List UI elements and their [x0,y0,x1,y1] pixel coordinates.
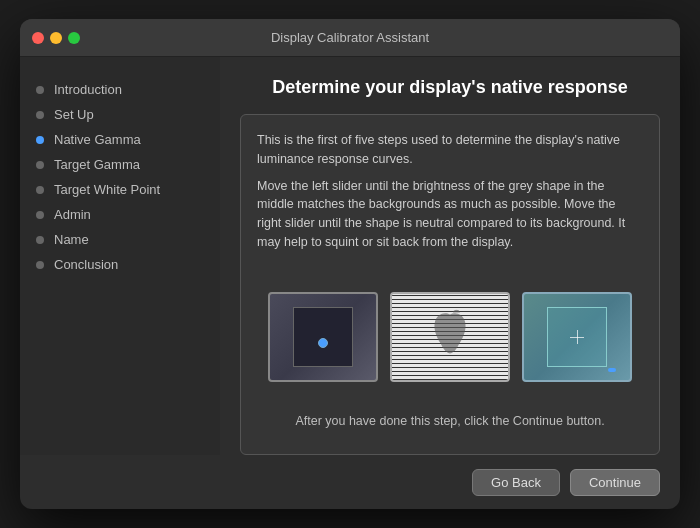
content-box: This is the first of five steps used to … [240,114,660,455]
content-area: Introduction Set Up Native Gamma Target … [20,57,680,455]
titlebar: Display Calibrator Assistant [20,19,680,57]
instruction-paragraph-1: This is the first of five steps used to … [257,131,643,169]
sidebar-dot-name [36,236,44,244]
cal-image-middle [390,292,510,382]
blue-dot-right [608,368,616,372]
sidebar-dot-introduction [36,86,44,94]
sidebar-item-admin[interactable]: Admin [20,202,220,227]
cal-right-inner-square [547,307,607,367]
page-title: Determine your display's native response [240,77,660,98]
instruction-paragraph-2: Move the left slider until the brightnes… [257,177,643,252]
after-text: After you have done this step, click the… [257,402,643,438]
crosshair-right [570,330,584,344]
sidebar-dot-target-gamma [36,161,44,169]
window-title: Display Calibrator Assistant [271,30,429,45]
main-panel: Determine your display's native response… [220,57,680,455]
sidebar-item-target-gamma[interactable]: Target Gamma [20,152,220,177]
main-window: Display Calibrator Assistant Introductio… [20,19,680,509]
sidebar-item-setup[interactable]: Set Up [20,102,220,127]
sidebar-dot-setup [36,111,44,119]
go-back-button[interactable]: Go Back [472,469,560,496]
maximize-button[interactable] [68,32,80,44]
sidebar-item-native-gamma[interactable]: Native Gamma [20,127,220,152]
sidebar-dot-conclusion [36,261,44,269]
sidebar: Introduction Set Up Native Gamma Target … [20,57,220,455]
sidebar-item-introduction[interactable]: Introduction [20,77,220,102]
close-button[interactable] [32,32,44,44]
sidebar-item-target-white-point[interactable]: Target White Point [20,177,220,202]
blue-dot-left [318,338,328,348]
calibration-images [257,272,643,403]
sidebar-item-conclusion[interactable]: Conclusion [20,252,220,277]
sidebar-item-name[interactable]: Name [20,227,220,252]
minimize-button[interactable] [50,32,62,44]
bottom-bar: Go Back Continue [20,455,680,509]
continue-button[interactable]: Continue [570,469,660,496]
traffic-lights [32,32,80,44]
instructions: This is the first of five steps used to … [257,131,643,260]
sidebar-dot-target-white-point [36,186,44,194]
apple-silhouette [425,309,475,364]
sidebar-dot-native-gamma [36,136,44,144]
cal-image-left [268,292,378,382]
cal-left-inner-square [293,307,353,367]
sidebar-dot-admin [36,211,44,219]
cal-image-right [522,292,632,382]
